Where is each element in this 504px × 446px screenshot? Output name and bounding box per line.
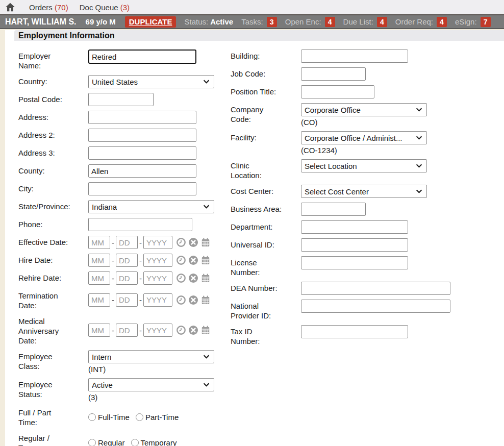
esign-count-badge[interactable]: 7 [481,17,491,27]
temporary-radio-label: Temporary [141,438,177,446]
medical-anniversary-date-year-input[interactable] [143,324,172,337]
rehire-date-month-input[interactable] [88,271,110,285]
field-row-business-area: Business Area: [231,203,504,216]
company-code-select[interactable]: Corporate Office [301,103,427,116]
termination-date-day-input[interactable] [116,293,138,307]
radio-option-temporary[interactable]: Temporary [131,438,177,446]
due-list-count-badge[interactable]: 4 [377,17,387,27]
hire-date-label: Hire Date: [18,254,88,267]
calendar-icon[interactable] [200,237,211,247]
effective-date-month-input[interactable] [88,236,110,249]
open-enc-count-badge[interactable]: 4 [325,17,335,27]
clinic-location-select[interactable]: Select Location [301,159,427,172]
field-row-address3: Address 3: [18,146,231,160]
part-time-radio-button[interactable] [136,413,143,421]
employer-name-label: Employer Name: [18,49,88,70]
medical-anniversary-date-month-input[interactable] [88,324,110,337]
employee-class-code: (INT) [88,365,214,374]
building-label: Building: [231,49,301,63]
facility-label: Facility: [231,131,301,155]
postal-code-input[interactable] [88,93,154,106]
facility-select[interactable]: Corporate Office / Administ... [301,131,427,144]
nav-orders-link[interactable]: Orders (70) [29,3,68,12]
rehire-date-year-input[interactable] [143,271,172,285]
employee-status-select[interactable]: Active [88,378,214,391]
county-input[interactable] [88,164,196,178]
rehire-date-day-input[interactable] [116,271,138,285]
phone-input[interactable] [88,218,192,231]
clock-icon[interactable] [176,255,186,265]
regular-temporary-label: Regular / Temporary: [18,432,88,446]
field-row-state: State/Province: Indiana [18,200,231,213]
tasks-count-badge[interactable]: 3 [267,17,277,27]
job-code-input[interactable] [301,67,366,81]
dea-number-input[interactable] [301,282,450,295]
termination-date-month-input[interactable] [88,293,110,307]
orders-count: (70) [55,3,68,12]
radio-option-regular[interactable]: Regular [88,438,125,446]
clock-icon[interactable] [176,325,186,335]
status-value: Active [210,17,233,26]
address2-input[interactable] [88,129,196,142]
nav-doc-queue-link[interactable]: Doc Queue (3) [80,3,130,12]
regular-radio-label: Regular [98,438,125,446]
date-separator: - [139,326,142,335]
hire-date-month-input[interactable] [88,254,110,267]
department-input[interactable] [301,220,408,234]
termination-date-year-input[interactable] [143,293,172,307]
address3-input[interactable] [88,146,196,160]
hire-date-year-input[interactable] [143,254,172,267]
chevron-down-icon [203,355,210,359]
calendar-icon[interactable] [200,255,211,265]
clock-icon[interactable] [176,295,186,305]
city-input[interactable] [88,182,196,195]
clear-icon[interactable] [188,273,198,283]
country-select[interactable]: United States [88,75,214,88]
calendar-icon[interactable] [200,325,211,335]
calendar-icon[interactable] [200,273,211,283]
calendar-icon[interactable] [200,295,211,305]
field-row-effective-date: Effective Date: - - [18,236,231,249]
tasks-counter: Tasks:3 [241,17,277,27]
duplicate-badge[interactable]: DUPLICATE [125,16,177,28]
regular-radio-button[interactable] [88,439,96,446]
hire-date-day-input[interactable] [116,254,138,267]
clock-icon[interactable] [176,237,186,247]
employee-class-select[interactable]: Intern [88,350,214,363]
national-provider-id-input[interactable] [301,300,450,313]
radio-option-full-time[interactable]: Full-Time [88,413,130,422]
full-part-time-radio-group: Full-Time Part-Time [88,406,185,427]
employer-name-input[interactable] [88,49,196,64]
temporary-radio-button[interactable] [131,439,139,446]
clear-icon[interactable] [188,295,198,305]
effective-date-year-input[interactable] [143,236,172,249]
clear-icon[interactable] [188,237,198,247]
effective-date-day-input[interactable] [116,236,138,249]
address2-label: Address 2: [18,129,88,142]
cost-center-select[interactable]: Select Cost Center [301,185,427,198]
universal-id-input[interactable] [301,238,408,252]
chevron-down-icon [203,383,210,387]
due-list-counter: Due List:4 [343,17,387,27]
state-select[interactable]: Indiana [88,200,214,213]
esign-counter: eSign:7 [455,17,491,27]
building-input[interactable] [301,49,408,63]
position-title-input[interactable] [301,85,374,98]
field-row-county: County: [18,164,231,178]
radio-option-part-time[interactable]: Part-Time [136,413,179,422]
license-number-input[interactable] [301,256,408,269]
full-time-radio-button[interactable] [88,413,96,421]
business-area-input[interactable] [301,203,366,216]
order-req-count-badge[interactable]: 4 [437,17,447,27]
cost-center-select-value: Select Cost Center [305,187,369,196]
clear-icon[interactable] [188,325,198,335]
date-separator: - [139,238,142,247]
tax-id-number-input[interactable] [301,325,408,338]
home-icon[interactable] [5,3,15,12]
date-separator: - [112,295,114,304]
address-input[interactable] [88,111,196,124]
medical-anniversary-date-day-input[interactable] [116,324,138,337]
chevron-down-icon [416,189,422,193]
clock-icon[interactable] [176,273,186,283]
clear-icon[interactable] [188,255,198,265]
